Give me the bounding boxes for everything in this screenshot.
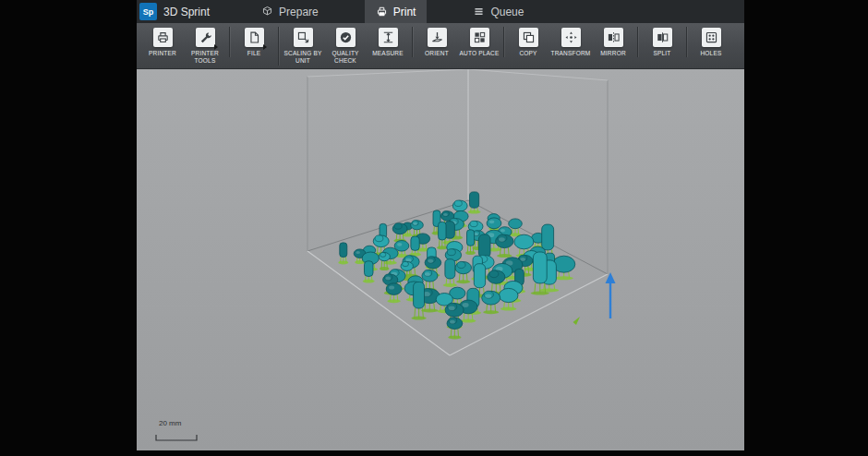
toolbar-button-label: SCALING BY UNIT (283, 50, 323, 66)
app-window: Sp 3D Sprint PreparePrintQueue PRINTERPR… (137, 0, 744, 450)
toolbar-button-printer[interactable]: PRINTER (141, 27, 184, 66)
topbar-tabs: PreparePrintQueue (250, 0, 535, 23)
measure-icon (379, 28, 398, 47)
toolbar-button-label: MEASURE (372, 50, 404, 57)
toolbar-button-measure[interactable]: MEASURE (367, 27, 409, 66)
toolbar-group: ORIENTAUTO PLACE (412, 27, 503, 57)
toolbar-button-label: PRINTER (149, 50, 176, 57)
tab-label: Prepare (279, 6, 319, 18)
transform-icon (561, 28, 581, 47)
toolbar-group: SPLIT (637, 27, 686, 57)
toolbar-button-label: PRINTER TOOLS (185, 50, 225, 66)
cube-icon (261, 6, 273, 18)
toolbar-button-auto-place[interactable]: AUTO PLACE (458, 27, 500, 57)
toolbar-group: SCALING BY UNITQUALITY CHECKMEASURE (278, 27, 412, 66)
viewport-3d[interactable]: 20 mm (137, 69, 744, 450)
toolbar-button-quality-check[interactable]: QUALITY CHECK (324, 27, 367, 66)
menu-icon (473, 6, 485, 18)
toolbar-group: COPYTRANSFORMMIRROR (503, 27, 637, 57)
tab-prepare[interactable]: Prepare (250, 0, 330, 23)
toolbar-button-split[interactable]: SPLIT (641, 27, 683, 57)
scale-bar-label: 20 mm (159, 419, 199, 427)
toolbar-button-scaling-by-unit[interactable]: SCALING BY UNIT (282, 27, 324, 66)
toolbar-button-holes[interactable]: HOLES (690, 27, 732, 57)
toolbar-button-orient[interactable]: ORIENT (416, 27, 458, 57)
toolbar-group: PRINTERPRINTER TOOLS (139, 27, 229, 66)
toolbar-button-label: ORIENT (425, 50, 449, 57)
scale-bar: 20 mm (155, 419, 199, 445)
toolbar-button-copy[interactable]: COPY (507, 27, 549, 57)
copy-icon (519, 28, 538, 47)
toolbar-button-label: COPY (519, 50, 536, 57)
tab-label: Print (393, 6, 416, 18)
file-icon (245, 28, 264, 47)
toolbar-button-mirror[interactable]: MIRROR (592, 27, 634, 57)
toolbar: PRINTERPRINTER TOOLSFILESCALING BY UNITQ… (137, 23, 744, 69)
wrench-icon (196, 28, 215, 47)
holes-icon (702, 28, 721, 47)
toolbar-button-label: HOLES (700, 50, 721, 57)
toolbar-button-label: QUALITY CHECK (325, 50, 366, 66)
tab-queue[interactable]: Queue (462, 0, 535, 23)
printer-icon (153, 28, 173, 47)
mirror-icon (604, 28, 623, 47)
toolbar-group: HOLES (686, 27, 735, 57)
app-title: 3D Sprint (163, 6, 210, 18)
toolbar-button-label: TRANSFORM (551, 50, 591, 57)
toolbar-button-printer-tools[interactable]: PRINTER TOOLS (184, 27, 226, 66)
scaling-icon (294, 28, 313, 47)
toolbar-button-label: SPLIT (653, 50, 670, 57)
tab-print[interactable]: Print (365, 0, 428, 23)
quality-check-icon (336, 28, 356, 47)
flyout-arrow-icon (263, 44, 267, 50)
printer-icon (376, 6, 388, 18)
topbar: Sp 3D Sprint PreparePrintQueue (137, 0, 744, 23)
tab-label: Queue (490, 6, 524, 18)
toolbar-button-label: FILE (247, 50, 261, 57)
build-platform-scene (137, 69, 744, 450)
toolbar-button-file[interactable]: FILE (233, 27, 275, 57)
screen: { "app": { "logo_text": "Sp", "title": "… (0, 0, 868, 456)
toolbar-button-transform[interactable]: TRANSFORM (549, 27, 592, 57)
orient-icon (428, 28, 447, 47)
app-logo: Sp (139, 3, 157, 20)
toolbar-button-label: AUTO PLACE (459, 50, 499, 57)
split-icon (653, 28, 672, 47)
toolbar-group: FILE (229, 27, 278, 57)
auto-place-icon (470, 28, 489, 47)
scale-bar-ruler-icon (155, 434, 199, 441)
toolbar-button-label: MIRROR (600, 50, 626, 57)
flyout-arrow-icon (214, 44, 218, 50)
